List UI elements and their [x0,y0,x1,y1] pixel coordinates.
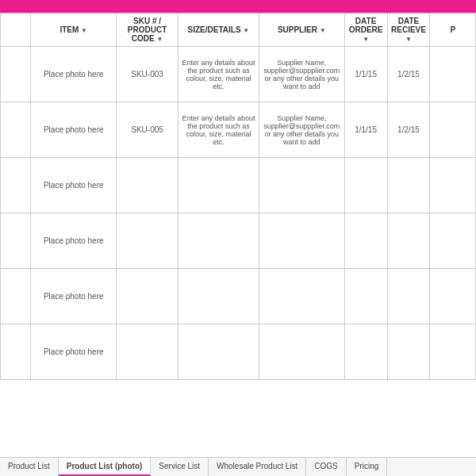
supplier-cell [259,213,344,269]
sku-cell: SKU-003 [117,47,178,102]
item-cell: Place photo here [31,269,117,324]
item-dropdown-icon[interactable]: ▼ [81,27,87,34]
p-cell [430,47,476,102]
header-size: SIZE/DETAILS ▼ [178,13,259,47]
date-received-cell [387,269,430,324]
size-cell [178,324,259,380]
size-cell [178,269,259,324]
header-date-ordered: DATEORDERE ▼ [344,13,387,47]
item-cell: Place photo here [31,47,117,102]
sku-cell [117,213,178,269]
sku-cell [117,324,178,380]
sku-dropdown-icon[interactable]: ▼ [156,36,163,43]
supplier-dropdown-icon[interactable]: ▼ [320,27,326,34]
size-cell: Enter any details about the product such… [178,47,259,102]
photo-cell-left [1,47,31,102]
item-cell: Place photo here [31,158,117,213]
date-ordered-cell [344,269,387,324]
header-p: P [430,13,476,47]
tab-item[interactable]: Wholesale Product List [209,458,306,476]
table-header-row: ITEM ▼ SKU # /PRODUCT CODE ▼ SIZE/DETAIL… [1,13,476,47]
inventory-table: ITEM ▼ SKU # /PRODUCT CODE ▼ SIZE/DETAIL… [0,13,476,380]
supplier-cell: Supplier Name, supplier@suppplier.com or… [259,102,344,158]
p-cell [430,213,476,269]
header-item: ITEM ▼ [31,13,117,47]
date-ordered-cell [344,158,387,213]
date-ordered-cell: 1/1/15 [344,102,387,158]
p-cell [430,158,476,213]
photo-cell-left [1,158,31,213]
tab-item[interactable]: Product List (photo) [59,458,152,476]
sku-cell [117,269,178,324]
page-title [0,0,476,13]
sku-cell [117,158,178,213]
date-received-cell: 1/2/15 [387,47,430,102]
tab-item[interactable]: COGS [306,458,346,476]
p-cell [430,324,476,380]
date-received-cell: 1/2/15 [387,102,430,158]
table-row: Place photo hereSKU-003Enter any details… [1,47,476,102]
table-row: Place photo here [1,269,476,324]
header-supplier: SUPPLIER ▼ [259,13,344,47]
tab-item[interactable]: Service List [151,458,209,476]
date-received-cell [387,324,430,380]
date-ordered-cell [344,213,387,269]
tab-bar: Product ListProduct List (photo)Service … [0,457,476,476]
size-cell: Enter any details about the product such… [178,102,259,158]
supplier-cell: Supplier Name, supplier@suppplier.com or… [259,47,344,102]
table-row: Place photo hereSKU-005Enter any details… [1,102,476,158]
date-ordered-cell: 1/1/15 [344,47,387,102]
date-received-dropdown-icon[interactable]: ▼ [405,36,412,43]
date-received-cell [387,158,430,213]
supplier-cell [259,324,344,380]
p-cell [430,269,476,324]
inventory-table-wrapper: ITEM ▼ SKU # /PRODUCT CODE ▼ SIZE/DETAIL… [0,13,476,380]
item-cell: Place photo here [31,213,117,269]
photo-cell-left [1,102,31,158]
header-photo [1,13,31,47]
size-dropdown-icon[interactable]: ▼ [243,27,249,34]
item-cell: Place photo here [31,102,117,158]
table-row: Place photo here [1,324,476,380]
size-cell [178,158,259,213]
tab-item[interactable]: Product List [0,458,59,476]
date-ordered-cell [344,324,387,380]
header-sku: SKU # /PRODUCT CODE ▼ [117,13,178,47]
table-row: Place photo here [1,213,476,269]
date-ordered-dropdown-icon[interactable]: ▼ [363,36,369,43]
date-received-cell [387,213,430,269]
tab-item[interactable]: Pricing [347,458,388,476]
photo-cell-left [1,269,31,324]
supplier-cell [259,269,344,324]
size-cell [178,213,259,269]
table-row: Place photo here [1,158,476,213]
photo-cell-left [1,324,31,380]
supplier-cell [259,158,344,213]
header-date-received: DATERECIEVE ▼ [387,13,430,47]
p-cell [430,102,476,158]
item-cell: Place photo here [31,324,117,380]
sku-cell: SKU-005 [117,102,178,158]
photo-cell-left [1,213,31,269]
